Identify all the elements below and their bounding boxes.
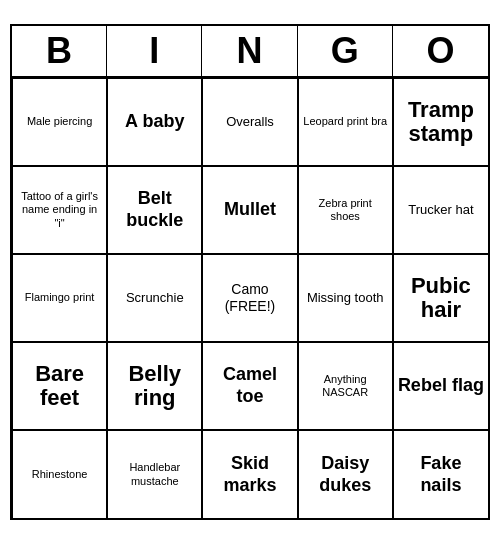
header-letter: I	[107, 26, 202, 76]
bingo-cell: Belly ring	[107, 342, 202, 430]
bingo-cell: Leopard print bra	[298, 78, 393, 166]
bingo-cell: Camel toe	[202, 342, 297, 430]
bingo-cell: Flamingo print	[12, 254, 107, 342]
bingo-cell: Fake nails	[393, 430, 488, 518]
bingo-cell: Trucker hat	[393, 166, 488, 254]
bingo-cell: Tramp stamp	[393, 78, 488, 166]
bingo-cell: Missing tooth	[298, 254, 393, 342]
bingo-cell: Rebel flag	[393, 342, 488, 430]
bingo-cell: Daisy dukes	[298, 430, 393, 518]
header-letter: O	[393, 26, 488, 76]
bingo-header: BINGO	[12, 26, 488, 78]
bingo-cell: Tattoo of a girl's name ending in "i"	[12, 166, 107, 254]
bingo-cell: Scrunchie	[107, 254, 202, 342]
bingo-grid: Male piercingA babyOverallsLeopard print…	[12, 78, 488, 518]
bingo-cell: Anything NASCAR	[298, 342, 393, 430]
bingo-cell: Camo (FREE!)	[202, 254, 297, 342]
bingo-cell: Pubic hair	[393, 254, 488, 342]
bingo-cell: Skid marks	[202, 430, 297, 518]
header-letter: N	[202, 26, 297, 76]
bingo-cell: Handlebar mustache	[107, 430, 202, 518]
header-letter: G	[298, 26, 393, 76]
bingo-cell: Belt buckle	[107, 166, 202, 254]
header-letter: B	[12, 26, 107, 76]
bingo-cell: Bare feet	[12, 342, 107, 430]
bingo-cell: A baby	[107, 78, 202, 166]
bingo-cell: Rhinestone	[12, 430, 107, 518]
bingo-cell: Zebra print shoes	[298, 166, 393, 254]
bingo-cell: Mullet	[202, 166, 297, 254]
bingo-cell: Overalls	[202, 78, 297, 166]
bingo-card: BINGO Male piercingA babyOverallsLeopard…	[10, 24, 490, 520]
bingo-cell: Male piercing	[12, 78, 107, 166]
